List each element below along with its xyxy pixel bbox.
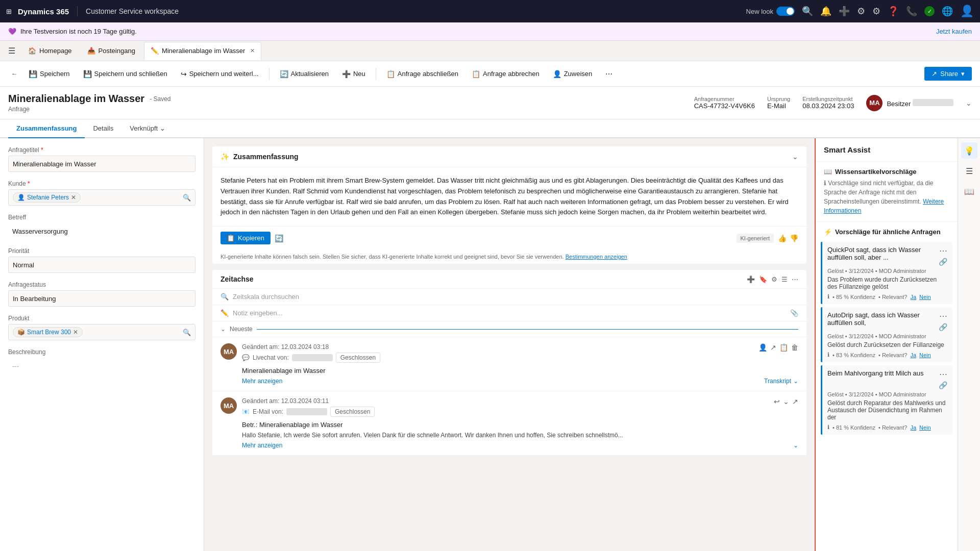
more-button[interactable]: ⋯ bbox=[600, 67, 618, 81]
globe-icon[interactable]: 🌐 bbox=[942, 6, 953, 17]
timeline-card: Zeitachse ➕ 🔖 ⚙ ☰ ⋯ 🔍 Zeitskala durchsuc… bbox=[212, 270, 806, 456]
tab-zusammenfassung[interactable]: Zusammenfassung bbox=[8, 119, 85, 138]
refresh-label: Aktualisieren bbox=[291, 70, 329, 78]
search-icon[interactable]: 🔍 bbox=[802, 6, 813, 17]
thumbs-down-icon[interactable]: 👎 bbox=[790, 234, 798, 242]
share-button[interactable]: ↗ Share ▾ bbox=[924, 67, 972, 81]
cancel-request-button[interactable]: 📋 Anfrage abbrechen bbox=[467, 67, 545, 81]
kunde-value[interactable]: 👤 Stefanie Peters ✕ 🔍 bbox=[8, 189, 195, 206]
kunde-search-icon[interactable]: 🔍 bbox=[183, 194, 191, 202]
anfragetitel-label: Anfragetitel * bbox=[8, 146, 195, 154]
yes-link-2[interactable]: Ja bbox=[910, 352, 916, 358]
timeline-bookmark-icon[interactable]: 🔖 bbox=[759, 276, 767, 283]
attachment-icon[interactable]: 📎 bbox=[790, 309, 798, 317]
no-link-1[interactable]: Nein bbox=[919, 294, 931, 300]
save-button[interactable]: 💾 Speichern bbox=[23, 67, 75, 81]
timeline-more-icon[interactable]: ⋯ bbox=[792, 276, 798, 283]
back-button[interactable]: ← bbox=[8, 68, 20, 80]
tab-posteingang[interactable]: 📥 Posteingang bbox=[81, 42, 142, 60]
entry-1-delete-icon[interactable]: 🗑 bbox=[791, 343, 798, 352]
entry-2-reply-icon[interactable]: ↩ bbox=[774, 397, 780, 406]
suggestion-2-more-icon[interactable]: ⋯ bbox=[939, 311, 947, 321]
suggestion-1-link-icon[interactable]: 🔗 bbox=[939, 258, 947, 266]
settings-icon[interactable]: ⚙ bbox=[872, 6, 880, 17]
timeline-list-icon[interactable]: ☰ bbox=[781, 276, 788, 283]
summary-refresh-icon[interactable]: 🔄 bbox=[275, 234, 283, 242]
timeline-filter-icon[interactable]: ⚙ bbox=[771, 276, 777, 283]
timeline-note[interactable]: ✏️ Notiz eingeben... 📎 bbox=[212, 305, 806, 321]
produkt-value[interactable]: 📦 Smart Brew 300 ✕ 🔍 bbox=[8, 324, 195, 340]
expand-record-icon[interactable]: ⌄ bbox=[966, 99, 972, 107]
entry-2-expand-icon[interactable]: ⌄ bbox=[783, 397, 789, 406]
waffle-icon[interactable]: ⊞ bbox=[6, 8, 12, 15]
phone-icon[interactable]: 📞 bbox=[906, 6, 917, 17]
anfragetitel-value[interactable]: Mineralienablage im Wasser bbox=[8, 156, 195, 172]
save-close-button[interactable]: 💾 Speichern und schließen bbox=[78, 67, 173, 81]
suggestion-2-link-icon[interactable]: 🔗 bbox=[939, 323, 947, 331]
relevant-label-3: • Relevant? bbox=[878, 424, 907, 431]
terms-link[interactable]: Bestimmungen anzeigen bbox=[566, 254, 627, 260]
summary-expand-icon[interactable]: ⌄ bbox=[792, 153, 798, 161]
assign-label: Zuweisen bbox=[564, 70, 593, 78]
no-link-3[interactable]: Nein bbox=[919, 424, 931, 431]
timeline-search[interactable]: 🔍 Zeitskala durchsuchen bbox=[212, 289, 806, 305]
suggestion-3-more-icon[interactable]: ⋯ bbox=[939, 369, 947, 379]
help-icon[interactable]: ❓ bbox=[888, 6, 899, 17]
feedback-icons: 👍 👎 bbox=[778, 234, 798, 242]
thumbs-up-icon[interactable]: 👍 bbox=[778, 234, 787, 242]
entry-1-export-icon[interactable]: ↗ bbox=[770, 343, 776, 352]
nav-menu-icon[interactable]: ☰ bbox=[4, 44, 19, 58]
side-icon-book[interactable]: 📖 bbox=[961, 183, 977, 199]
new-look-switch[interactable] bbox=[776, 7, 795, 16]
suggestion-3-title: Beim Mahlvorgang tritt Milch aus bbox=[827, 369, 939, 377]
anfragestatus-value[interactable]: In Bearbeitung bbox=[8, 290, 195, 307]
entry-1-expand[interactable]: Mehr anzeigen Transkript ⌄ bbox=[220, 378, 798, 385]
timeline-add-icon[interactable]: ➕ bbox=[747, 276, 755, 283]
tab-mineralienablage[interactable]: ✏️ Mineralienablage im Wasser ✕ bbox=[144, 42, 262, 60]
suggestion-2-header: AutoDrip sagt, dass ich Wasser auffüllen… bbox=[827, 311, 947, 331]
save-continue-button[interactable]: ↪ Speichern und weiterl... bbox=[176, 67, 264, 81]
side-icon-list[interactable]: ☰ bbox=[961, 163, 977, 179]
new-button[interactable]: ➕ Neu bbox=[337, 67, 371, 81]
new-look-toggle[interactable]: New look bbox=[746, 7, 795, 16]
body-split: Anfragetitel * Mineralienablage im Wasse… bbox=[0, 138, 980, 551]
add-icon[interactable]: ➕ bbox=[839, 6, 850, 17]
copy-button[interactable]: 📋 Kopieren bbox=[220, 232, 271, 244]
produkt-remove-icon[interactable]: ✕ bbox=[73, 329, 78, 336]
entry-2-forward-icon[interactable]: ↗ bbox=[792, 397, 798, 406]
yes-link-1[interactable]: Ja bbox=[910, 294, 916, 300]
produkt-search-icon[interactable]: 🔍 bbox=[183, 329, 191, 336]
tab-close-icon[interactable]: ✕ bbox=[250, 47, 255, 54]
side-icon-lightbulb[interactable]: 💡 bbox=[961, 142, 977, 159]
notifications-icon[interactable]: 🔔 bbox=[820, 6, 831, 17]
assign-button[interactable]: 👤 Zuweisen bbox=[548, 67, 598, 81]
section-collapse-icon[interactable]: ⌄ bbox=[220, 325, 226, 333]
field-betreff: Betreff Wasserversorgung bbox=[8, 214, 195, 239]
entry-1-user-icon[interactable]: 👤 bbox=[758, 343, 767, 352]
transkript-expand-icon[interactable]: ⌄ bbox=[793, 378, 798, 385]
confidence-1: • 85 % Konfidenz bbox=[832, 294, 875, 300]
mehr-anzeigen-2[interactable]: Mehr anzeigen bbox=[242, 442, 282, 449]
suggestion-1-more-icon[interactable]: ⋯ bbox=[939, 246, 947, 256]
tab-details[interactable]: Details bbox=[85, 119, 121, 138]
close-request-button[interactable]: 📋 Anfrage abschließen bbox=[381, 67, 463, 81]
owner-initials: MA bbox=[869, 99, 879, 107]
mehr-anzeigen-1[interactable]: Mehr anzeigen bbox=[242, 378, 282, 385]
entry-2-expand-caret[interactable]: ⌄ bbox=[793, 442, 798, 449]
entry-2-preview: Hallo Stefanie, Ich werde Sie sofort anr… bbox=[220, 432, 798, 439]
entry-2-expand-row[interactable]: Mehr anzeigen ⌄ bbox=[220, 442, 798, 449]
suggestion-3-link-icon[interactable]: 🔗 bbox=[939, 381, 947, 389]
yes-link-3[interactable]: Ja bbox=[910, 424, 916, 431]
filter-icon[interactable]: ⚙ bbox=[857, 6, 865, 17]
tab-homepage[interactable]: 🏠 Homepage bbox=[21, 42, 79, 60]
case-number-meta: Anfragenummer CAS-47732-V4V6K6 bbox=[694, 96, 755, 110]
origin-meta: Ursprung E-Mail bbox=[767, 96, 790, 110]
user-avatar[interactable]: 👤 bbox=[960, 5, 974, 18]
refresh-button[interactable]: 🔄 Aktualisieren bbox=[275, 67, 334, 81]
buy-now-link[interactable]: Jetzt kaufen bbox=[936, 28, 972, 35]
prioritaet-value[interactable]: Normal bbox=[8, 257, 195, 273]
tab-verknuepft[interactable]: Verknüpft ⌄ bbox=[121, 119, 174, 138]
kunde-remove-icon[interactable]: ✕ bbox=[71, 194, 76, 201]
no-link-2[interactable]: Nein bbox=[919, 352, 931, 358]
entry-1-copy-icon[interactable]: 📋 bbox=[779, 343, 788, 352]
